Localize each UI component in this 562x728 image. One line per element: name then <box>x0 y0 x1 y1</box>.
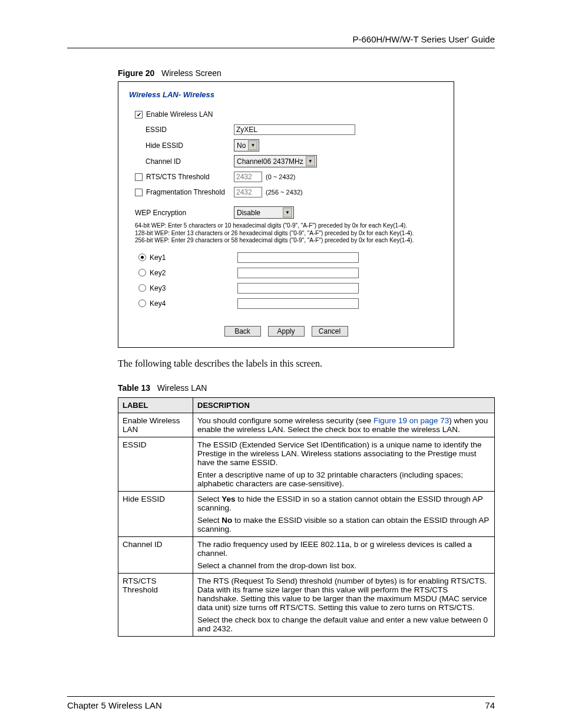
table-row: Enable Wireless LANYou should configure … <box>118 413 495 437</box>
wep-note-line3: 256-bit WEP: Enter 29 characters or 58 h… <box>135 237 443 245</box>
row-label: Channel ID <box>118 536 193 573</box>
apply-button[interactable]: Apply <box>268 326 305 337</box>
wep-select[interactable]: Disable ▼ <box>234 206 294 219</box>
row-label: Hide ESSID <box>118 491 193 536</box>
running-header: P-660H/HW/W-T Series User' Guide <box>67 34 495 48</box>
row-desc: The ESSID (Extended Service Set IDentifi… <box>193 437 495 491</box>
key3-label: Key3 <box>150 284 166 292</box>
rts-checkbox[interactable] <box>135 173 143 181</box>
cancel-button[interactable]: Cancel <box>312 326 348 337</box>
row-desc: The RTS (Request To Send) threshold (num… <box>193 573 495 636</box>
dropdown-arrow-icon: ▼ <box>306 156 315 166</box>
screenshot-breadcrumb: Wireless LAN- Wireless <box>129 90 443 99</box>
frag-checkbox[interactable] <box>135 189 143 196</box>
hide-essid-label: Hide ESSID <box>146 141 183 150</box>
key2-radio[interactable] <box>138 269 146 276</box>
table-row: Hide ESSIDSelect Yes to hide the ESSID i… <box>118 491 495 536</box>
channel-id-select[interactable]: Channel06 2437MHz ▼ <box>234 155 317 167</box>
wireless-screenshot: Wireless LAN- Wireless ✔ Enable Wireless… <box>118 81 454 348</box>
wep-note-line2: 128-bit WEP: Enter 13 characters or 26 h… <box>135 230 443 238</box>
enable-wlan-label: Enable Wireless LAN <box>146 110 213 118</box>
key2-label: Key2 <box>150 269 166 277</box>
key2-input[interactable] <box>237 268 359 278</box>
frag-input[interactable] <box>234 187 262 197</box>
channel-id-value: Channel06 2437MHz <box>237 157 303 166</box>
key4-input[interactable] <box>237 298 359 309</box>
rts-label: RTS/CTS Threshold <box>146 173 210 181</box>
row-label: Enable Wireless LAN <box>118 413 193 437</box>
channel-id-label: Channel ID <box>146 157 181 166</box>
enable-wlan-checkbox[interactable]: ✔ <box>135 111 143 118</box>
key1-input[interactable] <box>237 252 359 263</box>
rts-input[interactable] <box>234 172 262 182</box>
th-label: LABEL <box>118 397 193 413</box>
table-caption: Table 13 Wireless LAN <box>118 383 495 393</box>
row-desc: Select Yes to hide the ESSID in so a sta… <box>193 491 495 536</box>
essid-input[interactable] <box>234 124 355 135</box>
intro-paragraph: The following table describes the labels… <box>118 358 495 369</box>
wep-value: Disable <box>237 209 260 217</box>
cross-ref-link[interactable]: Figure 19 on page 73 <box>373 416 449 425</box>
essid-label: ESSID <box>146 126 167 134</box>
wep-note-line1: 64-bit WEP: Enter 5 characters or 10 hex… <box>135 222 443 230</box>
description-table: LABEL DESCRIPTION Enable Wireless LANYou… <box>118 397 495 637</box>
wep-label: WEP Encryption <box>135 209 186 217</box>
footer-chapter: Chapter 5 Wireless LAN <box>67 700 162 710</box>
rts-range: (0 ~ 2432) <box>266 173 295 180</box>
table-label: Table 13 <box>118 383 150 393</box>
hide-essid-value: No <box>237 141 246 150</box>
frag-label: Fragmentation Threshold <box>146 188 225 196</box>
page-footer: Chapter 5 Wireless LAN 74 <box>67 696 495 710</box>
table-title: Wireless LAN <box>157 383 207 393</box>
key4-label: Key4 <box>150 299 166 308</box>
key3-input[interactable] <box>237 283 359 294</box>
figure-title: Wireless Screen <box>161 68 222 78</box>
row-desc: You should configure some wireless secur… <box>193 413 495 437</box>
table-row: Channel IDThe radio frequency used by IE… <box>118 536 495 573</box>
back-button[interactable]: Back <box>224 326 261 337</box>
frag-range: (256 ~ 2432) <box>266 189 303 196</box>
table-row: ESSIDThe ESSID (Extended Service Set IDe… <box>118 437 495 491</box>
figure-label: Figure 20 <box>118 68 154 78</box>
hide-essid-select[interactable]: No ▼ <box>234 139 259 151</box>
key4-radio[interactable] <box>138 299 146 307</box>
figure-caption: Figure 20 Wireless Screen <box>118 68 495 78</box>
row-label: RTS/CTS Threshold <box>118 573 193 636</box>
th-desc: DESCRIPTION <box>193 397 495 413</box>
key1-label: Key1 <box>150 253 166 262</box>
wep-note: 64-bit WEP: Enter 5 characters or 10 hex… <box>135 222 443 245</box>
table-row: RTS/CTS ThresholdThe RTS (Request To Sen… <box>118 573 495 636</box>
row-label: ESSID <box>118 437 193 491</box>
key1-radio[interactable] <box>138 253 146 261</box>
row-desc: The radio frequency used by IEEE 802.11a… <box>193 536 495 573</box>
dropdown-arrow-icon: ▼ <box>283 207 292 218</box>
footer-page: 74 <box>485 700 495 710</box>
key3-radio[interactable] <box>138 284 146 292</box>
dropdown-arrow-icon: ▼ <box>248 140 257 150</box>
